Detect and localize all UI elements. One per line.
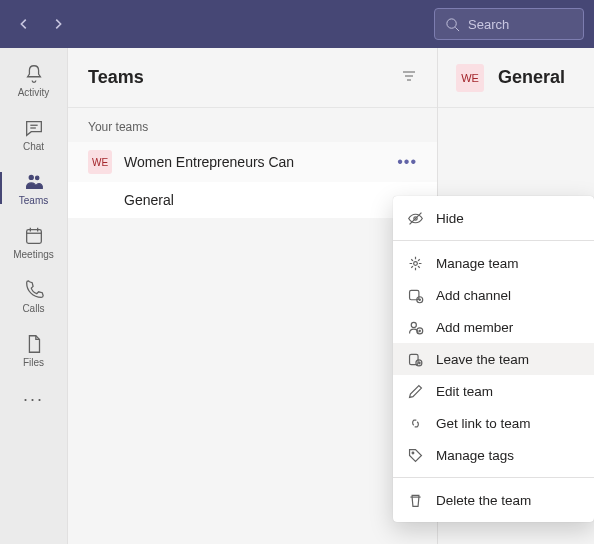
menu-get-link[interactable]: Get link to team bbox=[393, 407, 594, 439]
pencil-icon bbox=[407, 383, 424, 400]
forward-button[interactable] bbox=[44, 10, 72, 38]
rail-meetings[interactable]: Meetings bbox=[4, 216, 64, 268]
add-member-icon bbox=[407, 319, 424, 336]
menu-leave-team[interactable]: Leave the team bbox=[393, 343, 594, 375]
rail-label: Calls bbox=[22, 303, 44, 314]
menu-label: Add channel bbox=[436, 288, 511, 303]
menu-hide[interactable]: Hide bbox=[393, 202, 594, 234]
content-title: General bbox=[498, 67, 565, 88]
svg-point-20 bbox=[411, 322, 416, 327]
rail-label: Files bbox=[23, 357, 44, 368]
menu-manage-tags[interactable]: Manage tags bbox=[393, 439, 594, 471]
team-row[interactable]: WE Women Entrepreneurs Can ••• bbox=[68, 142, 437, 182]
team-more-button[interactable]: ••• bbox=[393, 151, 421, 173]
svg-point-15 bbox=[414, 261, 418, 265]
titlebar: Search bbox=[0, 0, 594, 48]
team-name: Women Entrepreneurs Can bbox=[124, 154, 381, 170]
content-avatar: WE bbox=[456, 64, 484, 92]
filter-button[interactable] bbox=[401, 68, 417, 88]
filter-icon bbox=[401, 68, 417, 84]
team-avatar: WE bbox=[88, 150, 112, 174]
phone-icon bbox=[23, 279, 45, 301]
rail-chat[interactable]: Chat bbox=[4, 108, 64, 160]
menu-label: Hide bbox=[436, 211, 464, 226]
menu-label: Leave the team bbox=[436, 352, 529, 367]
rail-teams[interactable]: Teams bbox=[4, 162, 64, 214]
search-icon bbox=[445, 17, 460, 32]
your-teams-label: Your teams bbox=[68, 108, 437, 142]
app-rail: Activity Chat Teams Meetings Calls Files… bbox=[0, 48, 68, 544]
teams-pane: Teams Your teams WE Women Entrepreneurs … bbox=[68, 48, 438, 544]
menu-add-channel[interactable]: Add channel bbox=[393, 279, 594, 311]
menu-add-member[interactable]: Add member bbox=[393, 311, 594, 343]
svg-rect-24 bbox=[410, 354, 419, 364]
back-button[interactable] bbox=[10, 10, 38, 38]
menu-label: Edit team bbox=[436, 384, 493, 399]
gear-icon bbox=[407, 255, 424, 272]
file-icon bbox=[23, 333, 45, 355]
chat-icon bbox=[23, 117, 45, 139]
search-input[interactable]: Search bbox=[434, 8, 584, 40]
leave-icon bbox=[407, 351, 424, 368]
rail-files[interactable]: Files bbox=[4, 324, 64, 376]
rail-calls[interactable]: Calls bbox=[4, 270, 64, 322]
svg-rect-6 bbox=[26, 229, 41, 243]
tag-icon bbox=[407, 447, 424, 464]
search-placeholder: Search bbox=[468, 17, 509, 32]
teams-header: Teams bbox=[68, 48, 437, 108]
add-channel-icon bbox=[407, 287, 424, 304]
svg-point-0 bbox=[447, 18, 456, 27]
svg-line-1 bbox=[455, 27, 459, 31]
menu-edit-team[interactable]: Edit team bbox=[393, 375, 594, 407]
rail-label: Meetings bbox=[13, 249, 54, 260]
teams-icon bbox=[23, 171, 45, 193]
rail-activity[interactable]: Activity bbox=[4, 54, 64, 106]
menu-separator bbox=[393, 240, 594, 241]
trash-icon bbox=[407, 492, 424, 509]
link-icon bbox=[407, 415, 424, 432]
channel-row[interactable]: General bbox=[68, 182, 437, 218]
rail-label: Activity bbox=[18, 87, 50, 98]
content-header: WE General bbox=[438, 48, 594, 108]
menu-label: Manage team bbox=[436, 256, 519, 271]
bell-icon bbox=[23, 63, 45, 85]
channel-name: General bbox=[124, 192, 174, 208]
rail-more[interactable]: ··· bbox=[23, 384, 44, 414]
menu-label: Delete the team bbox=[436, 493, 531, 508]
menu-label: Add member bbox=[436, 320, 513, 335]
rail-label: Teams bbox=[19, 195, 48, 206]
svg-point-4 bbox=[29, 175, 33, 179]
team-context-menu: Hide Manage team Add channel Add member … bbox=[393, 196, 594, 522]
menu-delete-team[interactable]: Delete the team bbox=[393, 484, 594, 516]
rail-label: Chat bbox=[23, 141, 44, 152]
menu-label: Get link to team bbox=[436, 416, 531, 431]
svg-point-27 bbox=[412, 452, 414, 454]
menu-separator bbox=[393, 477, 594, 478]
hide-icon bbox=[407, 210, 424, 227]
svg-point-5 bbox=[35, 176, 38, 179]
menu-manage-team[interactable]: Manage team bbox=[393, 247, 594, 279]
calendar-icon bbox=[23, 225, 45, 247]
menu-label: Manage tags bbox=[436, 448, 514, 463]
teams-title: Teams bbox=[88, 67, 144, 88]
